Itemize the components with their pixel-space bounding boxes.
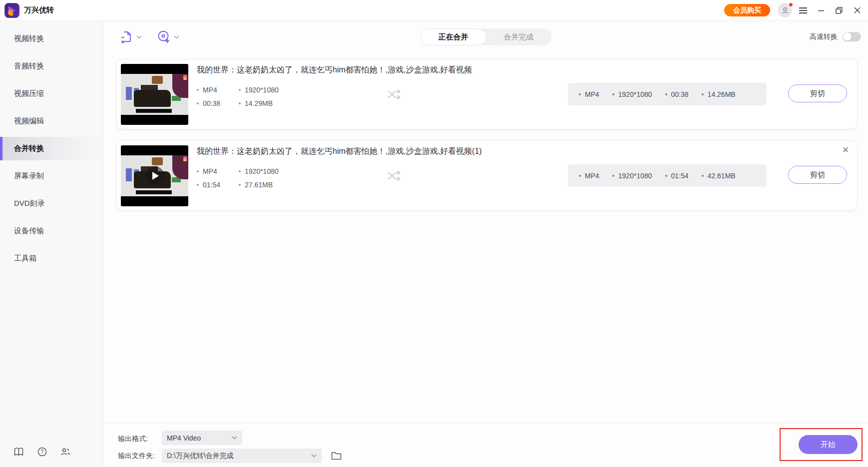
sidebar-item-screen-record[interactable]: 屏幕录制 — [0, 162, 103, 190]
svg-text:?: ? — [40, 449, 43, 455]
sidebar-item-video-convert[interactable]: 视频转换 — [0, 25, 103, 52]
merge-status-tabs: 正在合并 合并完成 — [421, 28, 551, 45]
output-folder-select[interactable]: D:\万兴优转\合并完成 — [162, 449, 322, 463]
sidebar-item-video-edit[interactable]: 视频编辑 — [0, 107, 103, 135]
app-logo-icon — [4, 3, 19, 18]
sidebar-item-dvd-burn[interactable]: DVD刻录 — [0, 190, 103, 217]
vip-purchase-button[interactable]: 会员购买 — [724, 4, 770, 16]
source-format: MP4 — [197, 86, 239, 94]
source-format: MP4 — [197, 167, 239, 175]
sidebar-item-device-transfer[interactable]: 设备传输 — [0, 217, 103, 245]
chevron-down-icon — [174, 35, 179, 39]
output-format: MP4 — [579, 172, 599, 180]
output-resolution: 1920*1080 — [612, 172, 652, 180]
sidebar-item-video-compress[interactable]: 视频压缩 — [0, 80, 103, 107]
community-icon[interactable] — [60, 446, 71, 457]
sidebar-item-audio-convert[interactable]: 音频转换 — [0, 52, 103, 80]
main-panel: 正在合并 合并完成 高速转换 我的世界：这老奶奶太凶了，就连乞丐him都害怕她！… — [103, 21, 868, 467]
toggle-knob — [843, 32, 852, 41]
highspeed-toggle[interactable] — [843, 32, 861, 41]
merge-shuffle-icon — [387, 170, 402, 182]
chevron-down-icon — [136, 35, 142, 39]
video-thumbnail[interactable] — [121, 64, 188, 125]
maximize-button[interactable] — [832, 3, 846, 17]
add-disc-button[interactable] — [156, 29, 180, 45]
titlebar: 万兴优转 会员购买 — [0, 0, 868, 21]
video-title: 我的世界：这老奶奶太凶了，就连乞丐him都害怕她！,游戏,沙盒游戏,好看视频 — [197, 65, 822, 75]
video-title: 我的世界：这老奶奶太凶了，就连乞丐him都害怕她！,游戏,沙盒游戏,好看视频(1… — [197, 146, 822, 157]
notification-dot — [789, 2, 793, 7]
source-resolution: 1920*1080 — [239, 86, 279, 94]
app-window: 万兴优转 会员购买 — [0, 0, 868, 467]
merge-task-row: ✕ 我的世界：这老奶奶太凶了，就连乞丐him都害怕她！,游戏,沙盒游戏,好看视频… — [117, 141, 857, 210]
output-info-box: MP4 1920*1080 00:38 14.26MB — [568, 83, 767, 105]
play-overlay-icon[interactable] — [145, 166, 164, 185]
app-title: 万兴优转 — [24, 5, 54, 15]
cut-button[interactable]: 剪切 — [788, 166, 847, 184]
help-icon[interactable]: ? — [36, 446, 47, 457]
toolbar: 正在合并 合并完成 高速转换 — [103, 21, 868, 53]
source-size: 27.61MB — [239, 181, 273, 189]
tab-merged[interactable]: 合并完成 — [486, 28, 551, 45]
output-format: MP4 — [579, 90, 599, 98]
close-button[interactable] — [850, 3, 864, 17]
browse-folder-icon[interactable] — [330, 450, 343, 462]
output-info-box: MP4 1920*1080 01:54 42.61MB — [568, 164, 767, 187]
sidebar-item-toolbox[interactable]: 工具箱 — [0, 245, 103, 272]
tab-merging[interactable]: 正在合并 — [421, 28, 486, 45]
cut-button[interactable]: 剪切 — [788, 84, 847, 102]
merge-task-row: 我的世界：这老奶奶太凶了，就连乞丐him都害怕她！,游戏,沙盒游戏,好看视频 M… — [117, 59, 857, 129]
source-resolution: 1920*1080 — [239, 167, 279, 175]
output-duration: 00:38 — [665, 90, 689, 98]
output-format-select[interactable]: MP4 Video — [162, 431, 242, 445]
guide-book-icon[interactable] — [13, 446, 24, 457]
output-size: 42.61MB — [702, 172, 736, 180]
highspeed-label: 高速转换 — [810, 32, 838, 41]
source-size: 14.29MB — [239, 99, 273, 107]
source-duration: 01:54 — [197, 181, 239, 189]
chevron-down-icon — [311, 454, 317, 458]
source-duration: 00:38 — [197, 99, 239, 107]
thumbnail-art — [121, 74, 188, 115]
video-thumbnail[interactable] — [121, 145, 188, 206]
menu-icon[interactable] — [796, 3, 810, 17]
chevron-down-icon — [232, 436, 237, 440]
output-folder-value: D:\万兴优转\合并完成 — [167, 452, 234, 461]
output-resolution: 1920*1080 — [612, 90, 652, 98]
add-file-icon — [120, 30, 133, 44]
output-size: 14.26MB — [702, 90, 736, 98]
start-button[interactable]: 开始 — [799, 435, 858, 454]
minimize-button[interactable] — [814, 3, 828, 17]
output-format-value: MP4 Video — [167, 434, 201, 442]
output-folder-label: 输出文件夹: — [118, 452, 155, 461]
add-file-button[interactable] — [119, 29, 143, 45]
output-duration: 01:54 — [665, 172, 689, 180]
output-settings-bar: 输出格式: MP4 Video 输出文件夹: D:\万兴优转\合并完成 开始 — [103, 423, 868, 467]
merge-shuffle-icon — [387, 88, 402, 100]
output-format-label: 输出格式: — [118, 435, 148, 444]
sidebar: 视频转换 音频转换 视频压缩 视频编辑 合并转换 屏幕录制 DVD刻录 设备传输… — [0, 21, 103, 467]
sidebar-item-merge-convert[interactable]: 合并转换 — [0, 137, 103, 160]
user-avatar[interactable] — [778, 3, 792, 17]
add-disc-icon — [157, 30, 171, 44]
person-icon — [781, 6, 789, 14]
remove-item-icon[interactable]: ✕ — [840, 145, 851, 156]
